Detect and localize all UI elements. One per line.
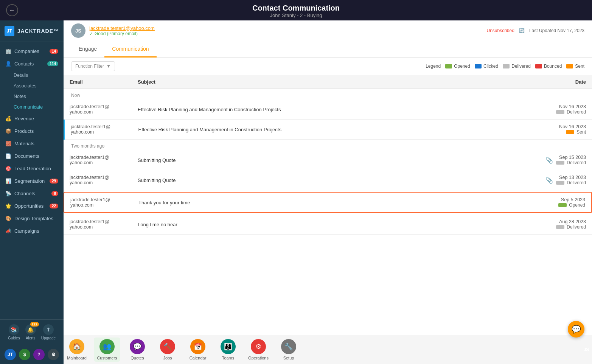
nav-jobs[interactable]: 🔨 Jobs (154, 338, 181, 362)
legend-bounced: Bounced (535, 64, 562, 69)
products-icon: 📦 (5, 128, 11, 134)
sidebar-avatars: JT $ ? ⚙ (0, 345, 64, 364)
lead-gen-icon: 🎯 (5, 166, 11, 171)
sidebar-item-communicate[interactable]: Communicate (0, 102, 64, 112)
guides-button[interactable]: 📚 Guides (8, 324, 20, 340)
sidebar-item-revenue[interactable]: 💰 Revenue (0, 112, 64, 125)
legend-clicked: Clicked (475, 64, 498, 69)
legend-opened: Opened (445, 64, 470, 69)
revenue-icon: 💰 (5, 116, 11, 121)
sidebar-item-contacts[interactable]: 👤 Contacts 114 (0, 58, 64, 70)
nav-operations[interactable]: ⚙ Operations (245, 338, 272, 362)
avatar-settings[interactable]: ⚙ (48, 349, 59, 360)
email-subject-5: Thank you for your time (138, 200, 510, 205)
attachment-icon-3: 📎 (545, 157, 553, 164)
companies-icon: 🏢 (5, 48, 11, 54)
upgrade-button[interactable]: ⬆ Upgrade (41, 324, 56, 340)
sidebar-item-companies[interactable]: 🏢 Companies 14 (0, 45, 64, 58)
sidebar-item-products[interactable]: 📦 Products (0, 125, 64, 137)
logo-icon: JT (5, 26, 14, 36)
sidebar-item-lead-generation[interactable]: 🎯 Lead Generation (0, 162, 64, 175)
back-button[interactable]: ← (6, 4, 18, 16)
legend-delivered: Delivered (503, 64, 531, 69)
email-row-6[interactable]: jacktrade.tester1@yahoo.com Long time no… (64, 215, 592, 235)
sidebar-item-details[interactable]: Details (0, 70, 64, 81)
sidebar-item-opportunities[interactable]: 🌟 Opportunities 22 (0, 200, 64, 212)
email-subject-1: Effective Risk Planning and Management i… (138, 107, 510, 112)
setup-icon: 🔧 (281, 339, 296, 354)
email-date-6: Aug 28 2023 (522, 219, 586, 224)
email-date-3: Sep 15 2023 (556, 155, 586, 160)
nav-customers[interactable]: 👥 Customers (94, 338, 120, 362)
sidebar-item-notes[interactable]: Notes (0, 91, 64, 102)
email-subject-6: Long time no hear (138, 222, 510, 227)
page-title: Contact Communication (0, 4, 592, 12)
campaigns-icon: 📣 (5, 228, 11, 234)
sidebar-item-associates[interactable]: Associates (0, 81, 64, 91)
email-row-4[interactable]: jacktrade.tester1@yahoo.com Submitting Q… (64, 170, 592, 190)
channels-icon: 📡 (5, 191, 11, 196)
status-dot-5 (558, 203, 567, 207)
sidebar-item-campaigns[interactable]: 📣 Campaigns (0, 225, 64, 237)
documents-icon: 📄 (5, 153, 11, 159)
filter-legend-bar: Function Filter ▼ Legend Opened Clicked (64, 58, 592, 75)
sidebar-item-segmentation[interactable]: 📊 Segmentation 29 (0, 175, 64, 187)
content-area: JS jacktrade.tester1@yahoo.com ✓ Good (P… (64, 20, 592, 364)
tab-engage[interactable]: Engage (71, 41, 104, 58)
avatar-question[interactable]: ? (33, 349, 45, 360)
segmentation-badge: 29 (50, 179, 58, 184)
unsubscribed-link[interactable]: Unsubscribed (487, 28, 514, 33)
sidebar-item-design-templates[interactable]: 🎨 Design Templates (0, 212, 64, 225)
last-updated-text: Last Updated Nov 17, 2023 (529, 28, 584, 33)
alerts-button[interactable]: 🔔 222 Alerts (25, 324, 36, 340)
email-row-1[interactable]: jacktrade.tester1@yahoo.com Effective Ri… (64, 100, 592, 120)
sidebar-item-documents[interactable]: 📄 Documents (0, 150, 64, 162)
refresh-icon: 🔄 (519, 28, 525, 33)
sidebar-item-label: Companies (14, 48, 39, 54)
segmentation-icon: 📊 (5, 178, 11, 184)
email-status-badge: ✓ Good (Primary email) (89, 31, 155, 36)
email-date-2: Nov 16 2023 (522, 124, 586, 129)
sent-dot (566, 64, 573, 68)
email-table-container: Function Filter ▼ Legend Opened Clicked (64, 58, 592, 335)
companies-badge: 14 (50, 49, 58, 54)
tab-communication[interactable]: Communication (104, 41, 156, 58)
opened-dot (445, 64, 452, 68)
nav-mainboard[interactable]: 🏠 Mainboard (64, 338, 90, 362)
email-row-3[interactable]: jacktrade.tester1@yahoo.com Submitting Q… (64, 150, 592, 170)
nav-quotes[interactable]: 💬 Quotes (124, 338, 151, 362)
customers-icon: 👥 (99, 339, 115, 354)
nav-calendar[interactable]: 📅 Calendar (185, 338, 211, 362)
contact-avatar: JS (71, 23, 85, 38)
user-avatar-bottom[interactable]: JS (581, 344, 592, 355)
logo-text: JACKTRADE™ (17, 28, 59, 34)
nav-setup[interactable]: 🔧 Setup (275, 338, 302, 362)
status-dot-6 (556, 225, 564, 229)
avatar-dollar[interactable]: $ (19, 349, 30, 360)
sidebar-item-channels[interactable]: 📡 Channels 8 (0, 187, 64, 200)
operations-icon: ⚙ (251, 339, 266, 354)
section-label-two-months: Two months ago (64, 140, 592, 150)
email-row-5-highlighted[interactable]: jacktrade.tester1@yahoo.com Thank you fo… (64, 192, 592, 213)
chat-fab-button[interactable]: 💬 (568, 321, 584, 338)
status-label-3: Delivered (567, 160, 586, 165)
status-label-2: Sent (576, 129, 586, 135)
email-row-2[interactable]: jacktrade.tester1@yahoo.com Effective Ri… (64, 120, 592, 140)
nav-teams[interactable]: 👨‍👩‍👦 Teams (215, 338, 241, 362)
function-filter-button[interactable]: Function Filter ▼ (71, 61, 115, 71)
legend: Legend Opened Clicked Delivered (426, 64, 584, 69)
chevron-down-icon: ▼ (106, 64, 111, 69)
avatar-jt[interactable]: JT (5, 349, 16, 360)
calendar-icon: 📅 (190, 339, 205, 354)
delivered-dot (503, 64, 510, 68)
contact-email[interactable]: jacktrade.tester1@yahoo.com (89, 25, 155, 31)
attachment-icon-4: 📎 (545, 177, 553, 184)
email-subject-3: Submitting Quote (138, 157, 510, 163)
email-date-4: Sep 13 2023 (556, 175, 586, 180)
email-date-1: Nov 16 2023 (522, 104, 586, 109)
status-dot-2 (566, 130, 574, 134)
status-dot-4 (556, 181, 564, 185)
status-dot-3 (556, 161, 564, 165)
email-subject-4: Submitting Quote (138, 177, 510, 183)
sidebar-item-materials[interactable]: 🧱 Materials (0, 137, 64, 150)
